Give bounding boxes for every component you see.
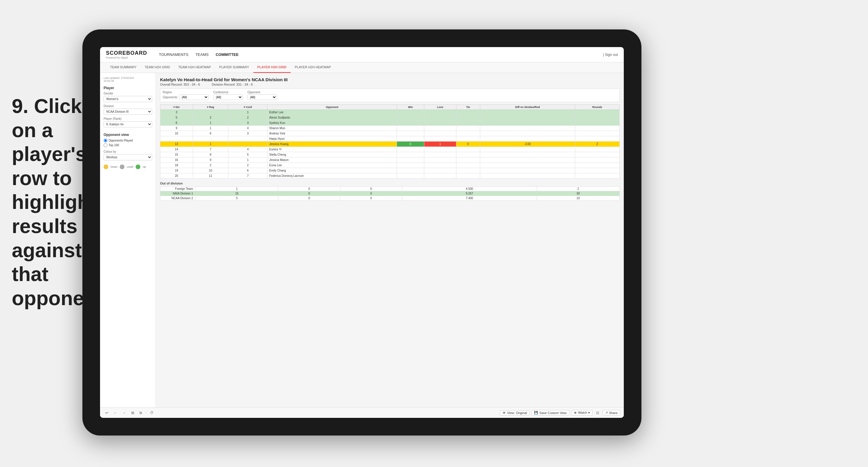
sub-nav-player-summary[interactable]: PLAYER SUMMARY — [215, 62, 253, 73]
toolbar-sep1: | — [146, 411, 147, 414]
navbar-right: | Sign out — [603, 53, 618, 57]
undo-back-btn[interactable]: ← — [112, 410, 119, 415]
table-row[interactable]: 1474Eunice Yi — [160, 147, 620, 152]
legend-down-label: Down — [111, 165, 117, 168]
grid-header: Katelyn Vo Head-to-Head Grid for Women's… — [160, 77, 620, 86]
table-row[interactable]: 1063Andrea York — [160, 131, 620, 136]
region-select[interactable]: (All) — [179, 94, 209, 100]
out-div-row[interactable]: NCAA Division 25007.40010 — [160, 196, 620, 201]
share-btn[interactable]: ↗ Share — [602, 410, 620, 415]
opponents-label: Opponents: — [163, 96, 178, 99]
legend-level-label: Level — [127, 165, 133, 168]
clock-btn[interactable]: ⏱ — [148, 410, 155, 415]
conference-label: Conference — [213, 91, 243, 94]
tablet-frame: SCOREBOARD Powered by clippd TOURNAMENTS… — [83, 29, 642, 436]
colour-by-section: Colour by Win/loss Down Level Up — [103, 150, 152, 169]
opponent-label: Opponent — [247, 91, 277, 94]
grid-records: Overall Record: 353 - 34 - 6 Division Re… — [160, 83, 620, 86]
table-row[interactable]: 613Sydney Kuo — [160, 120, 620, 126]
save-custom-btn[interactable]: 💾 Save Custom View — [531, 410, 569, 415]
table-row[interactable]: Haeju Hyun — [160, 136, 620, 142]
division-select[interactable]: NCAA Division III — [103, 108, 152, 115]
col-tie: Tie — [456, 105, 480, 110]
player-rank-label: Player (Rank) — [103, 117, 152, 120]
overall-record: Overall Record: 353 - 34 - 6 — [160, 83, 200, 86]
top-navbar: SCOREBOARD Powered by clippd TOURNAMENTS… — [100, 47, 624, 62]
save-custom-label: Save Custom View — [539, 411, 567, 415]
colour-by-select[interactable]: Win/loss — [103, 154, 152, 160]
last-updated: Last Updated: 27/03/2024 16:55:38 — [103, 76, 152, 83]
col-loss: Loss — [424, 105, 456, 110]
table-row[interactable]: 1691Jessica Mason — [160, 157, 620, 163]
legend-level — [120, 164, 124, 169]
nav-tournaments[interactable]: TOURNAMENTS — [159, 51, 188, 58]
sign-out-link[interactable]: Sign out — [605, 53, 618, 57]
logo-title: SCOREBOARD — [106, 50, 147, 56]
division-label: Division — [103, 104, 152, 108]
logo-subtitle: Powered by clippd — [106, 56, 147, 59]
sub-nav-player-h2h-heatmap[interactable]: PLAYER H2H HEATMAP — [291, 62, 335, 73]
view-original-btn[interactable]: 👁 View: Original — [500, 410, 530, 415]
right-panel: Katelyn Vo Head-to-Head Grid for Women's… — [156, 73, 624, 407]
redo-btn[interactable]: → — [121, 410, 128, 415]
region-filter: Region Opponents: (All) — [163, 91, 209, 100]
table-row[interactable]: 1585Stella Cheng — [160, 152, 620, 157]
table-row[interactable]: 131Jessica Huang010-3.002 — [160, 142, 620, 147]
sub-nav-player-h2h-grid[interactable]: PLAYER H2H GRID — [253, 62, 291, 73]
toolbar: ↩ ← → ⊞ ⧉ | ⏱ 👁 View: Original 💾 Save Cu… — [100, 407, 624, 418]
paste-btn[interactable]: ⧉ — [138, 410, 144, 415]
opponent-view-title: Opponent view — [103, 133, 152, 137]
share-icon: ↗ — [605, 411, 608, 415]
col-reg: # Reg — [193, 105, 228, 110]
legend-up — [136, 164, 141, 169]
grid-title: Katelyn Vo Head-to-Head Grid for Women's… — [160, 77, 620, 82]
resize-btn[interactable]: ⊡ — [594, 410, 601, 415]
watch-btn[interactable]: 👁 Watch ▾ — [571, 410, 593, 415]
col-win: Win — [397, 105, 424, 110]
view-original-label: View: Original — [507, 411, 527, 415]
tablet-screen: SCOREBOARD Powered by clippd TOURNAMENTS… — [100, 47, 624, 418]
share-label: Share — [609, 411, 618, 415]
watch-label: Watch ▾ — [578, 411, 590, 415]
nav-links: TOURNAMENTS TEAMS COMMITTEE — [159, 51, 239, 58]
radio-top-100[interactable]: Top 100 — [103, 143, 152, 147]
table-row[interactable]: 20117Federica Domecq Lacroze — [160, 173, 620, 179]
sub-nav-team-h2h-grid[interactable]: TEAM H2H GRID — [141, 62, 174, 73]
sub-nav-team-h2h-heatmap[interactable]: TEAM H2H HEATMAP — [174, 62, 215, 73]
colour-by-label: Colour by — [103, 150, 152, 153]
undo-btn[interactable]: ↩ — [103, 410, 110, 415]
sub-nav-team-summary[interactable]: TEAM SUMMARY — [106, 62, 141, 73]
out-div-row[interactable]: Foreign Team1004.5002 — [160, 187, 620, 191]
nav-teams[interactable]: TEAMS — [195, 51, 209, 58]
col-div: # Div — [160, 105, 193, 110]
conference-filter: Conference (All) — [213, 91, 243, 100]
player-rank-select[interactable]: 8. Katelyn Vo — [103, 121, 152, 127]
save-icon: 💾 — [534, 411, 538, 415]
out-div-row[interactable]: NAIA Division 115009.26730 — [160, 191, 620, 196]
watch-icon: 👁 — [574, 411, 577, 415]
region-label: Region — [163, 91, 209, 94]
out-of-division-table: Foreign Team1004.5002NAIA Division 11500… — [160, 186, 620, 201]
opponent-filter: Opponent (All) — [247, 91, 277, 100]
table-row[interactable]: 914Sharon Mun — [160, 126, 620, 131]
grid-container: # Div # Reg # Conf Opponent Win Loss Tie… — [160, 104, 620, 179]
table-row[interactable]: 522Alexis Sudjianto — [160, 115, 620, 120]
table-row[interactable]: 1822Euna Lee — [160, 163, 620, 168]
gender-select[interactable]: Women's — [103, 96, 152, 102]
copy-btn[interactable]: ⊞ — [129, 410, 136, 415]
opponent-select[interactable]: (All) — [247, 94, 277, 100]
legend-up-label: Up — [143, 165, 146, 168]
legend: Down Level Up — [103, 164, 152, 169]
col-opponent: Opponent — [268, 105, 397, 110]
sub-navbar: TEAM SUMMARY TEAM H2H GRID TEAM H2H HEAT… — [100, 62, 624, 73]
conference-select[interactable]: (All) — [213, 94, 243, 100]
table-row[interactable]: 31Esther Lee — [160, 110, 620, 115]
col-rounds: Rounds — [575, 105, 619, 110]
annotation-text: 9. Click on a player's row to highlight … — [12, 94, 83, 310]
radio-opponents-played[interactable]: Opponents Played — [103, 138, 152, 143]
col-conf: # Conf — [228, 105, 268, 110]
nav-committee[interactable]: COMMITTEE — [216, 51, 239, 58]
division-record: Division Record: 331 - 34 - 6 — [212, 83, 253, 86]
table-row[interactable]: 19106Emily Chang — [160, 168, 620, 173]
filters-section: Region Opponents: (All) Conference — [160, 89, 620, 102]
